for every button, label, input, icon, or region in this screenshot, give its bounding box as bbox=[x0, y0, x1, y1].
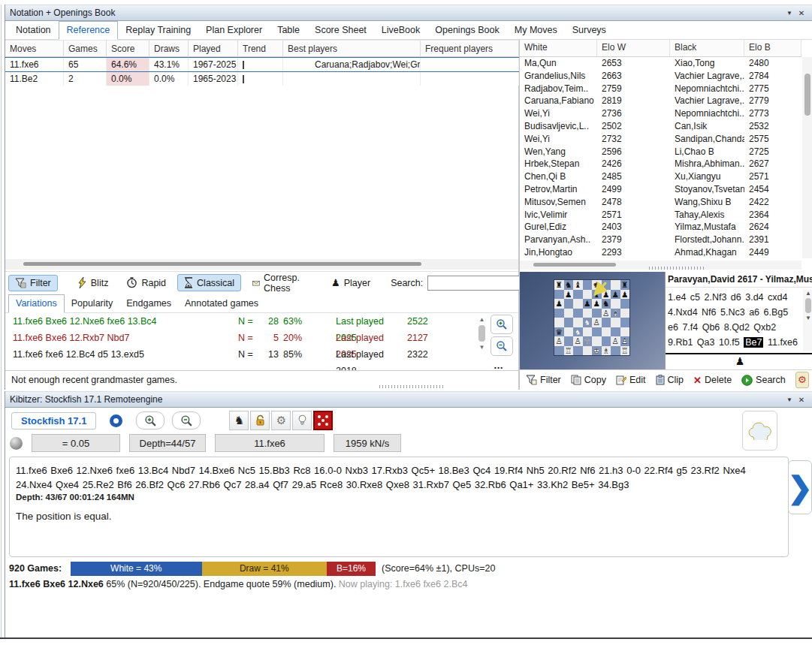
board-square[interactable]: ♞♘ bbox=[573, 327, 583, 337]
game-header[interactable]: Paravyan,David 2617 - Yilmaz,Musta bbox=[666, 272, 812, 288]
tab-reference[interactable]: Reference bbox=[59, 21, 119, 40]
players-vscrollbar[interactable] bbox=[802, 57, 812, 258]
lock-button[interactable] bbox=[250, 411, 270, 430]
close-icon[interactable]: ✕ bbox=[795, 9, 807, 17]
board-square[interactable] bbox=[592, 309, 602, 318]
more-options-button[interactable]: … bbox=[494, 360, 504, 371]
tab-livebook[interactable]: LiveBook bbox=[374, 22, 427, 39]
column-header[interactable]: Best players bbox=[283, 40, 421, 57]
board-square[interactable] bbox=[602, 280, 611, 290]
variation-row[interactable]: 11.fxe6 fxe6 12.Bc4 d5 13.exd5N =1385%La… bbox=[5, 346, 518, 363]
board-square[interactable]: ♞ bbox=[602, 299, 611, 309]
toolbar-delete-button[interactable]: ✕ Delete bbox=[693, 375, 732, 386]
chess-board[interactable]: ♜♞♝♚♜♟♝♟♟♟♟♟♟♞♟♙♝♗♞♘♟♙♛♞♘♟♙♟♙♛♕♟♙♟♙♜♖♚♔♝… bbox=[554, 280, 629, 355]
board-square[interactable]: ♟ bbox=[564, 290, 574, 300]
board-square[interactable]: ♜♖ bbox=[564, 346, 574, 356]
board-square[interactable] bbox=[554, 290, 564, 300]
board-square[interactable] bbox=[611, 346, 620, 356]
board-square[interactable] bbox=[620, 299, 630, 309]
engine-name-button[interactable]: Stockfish 17.1 bbox=[11, 412, 96, 429]
scroll-down-icon[interactable]: ▼ bbox=[479, 344, 485, 351]
subtab-annotated-games[interactable]: Annotated games bbox=[178, 295, 265, 312]
column-header[interactable]: Elo W bbox=[597, 40, 670, 57]
board-square[interactable]: ♝♗ bbox=[602, 346, 611, 356]
board-square[interactable] bbox=[620, 327, 630, 337]
kibitzer-zoom-in-button[interactable] bbox=[136, 411, 165, 429]
toolbar-edit-button[interactable]: Edit bbox=[616, 375, 646, 385]
hscroll-thumb[interactable] bbox=[23, 262, 421, 266]
board-square[interactable]: ♟♙ bbox=[620, 336, 630, 346]
players-table-row[interactable]: Ivic,Velimir2571Tahay,Alexis2364 bbox=[520, 209, 801, 222]
column-header[interactable]: Elo B bbox=[744, 40, 801, 57]
board-square[interactable]: ♟ bbox=[554, 299, 564, 309]
column-header[interactable]: Draws bbox=[149, 40, 189, 57]
next-line-chevron-button[interactable]: ❯ bbox=[788, 460, 812, 514]
board-square[interactable] bbox=[602, 318, 611, 327]
board-square[interactable]: ♟ bbox=[611, 290, 620, 300]
dice-button[interactable] bbox=[313, 411, 333, 430]
variation-row[interactable]: 11.fxe6 Bxe6 12.Nxe6 fxe6 13.Bc4N =2863%… bbox=[5, 313, 518, 330]
players-table-row[interactable]: Chen,Qi B2485Xu,Xiangyu2571 bbox=[520, 170, 801, 183]
notation-scrollbar[interactable]: ▲ ▼ bbox=[803, 290, 812, 351]
column-header[interactable]: White bbox=[520, 40, 597, 57]
column-header[interactable]: Black bbox=[670, 40, 744, 57]
players-table-row[interactable]: Wen,Yang2596Li,Chao B2725 bbox=[520, 146, 801, 158]
column-header[interactable]: Games bbox=[64, 40, 107, 57]
board-square[interactable]: ♝ bbox=[592, 290, 602, 300]
zoom-in-button[interactable] bbox=[491, 315, 513, 334]
players-table-row[interactable]: Caruana,Fabiano2819Vachier Lagrave,..277… bbox=[520, 95, 801, 107]
board-square[interactable] bbox=[564, 336, 574, 346]
board-square[interactable]: ♜ bbox=[620, 280, 630, 290]
collapse-icon[interactable]: ▼ bbox=[783, 10, 795, 17]
splitter-handle[interactable] bbox=[379, 385, 444, 388]
game-notation[interactable]: 1.e4 c5 2.Nf3 d6 3.d4 cxd4 4.Nxd4 Nf6 5.… bbox=[668, 290, 801, 351]
tab-score-sheet[interactable]: Score Sheet bbox=[307, 22, 374, 39]
player-button[interactable]: ♟ Player bbox=[324, 275, 377, 291]
board-square[interactable] bbox=[611, 318, 620, 327]
board-square[interactable]: ♟ bbox=[602, 290, 611, 300]
board-square[interactable]: ♝ bbox=[573, 280, 583, 290]
board-square[interactable]: ♜♖ bbox=[620, 346, 630, 356]
board-square[interactable]: ♟♙ bbox=[592, 318, 602, 327]
board-square[interactable] bbox=[583, 309, 593, 318]
splitter-handle[interactable] bbox=[649, 267, 706, 270]
board-square[interactable]: ♚ bbox=[592, 280, 602, 290]
collapse-icon[interactable]: ▼ bbox=[783, 396, 795, 403]
column-header[interactable]: Frequent players bbox=[421, 40, 519, 57]
board-square[interactable] bbox=[564, 318, 574, 327]
engine-settings-button[interactable]: ⚙ bbox=[271, 411, 291, 430]
board-square[interactable]: ♟ bbox=[620, 290, 630, 300]
corresp-chess-button[interactable]: Corresp. Chess bbox=[246, 270, 311, 297]
players-table-row[interactable]: Wei,Yi2732Sandipan,Chanda2575 bbox=[520, 133, 801, 146]
toolbar-search-button[interactable]: Search bbox=[741, 375, 786, 386]
board-square[interactable]: ♜ bbox=[554, 280, 564, 290]
board-square[interactable] bbox=[611, 280, 620, 290]
engine-stop-icon[interactable] bbox=[110, 414, 122, 427]
settings-gears-icon[interactable]: ⚙ bbox=[795, 372, 809, 388]
tab-replay-training[interactable]: Replay Training bbox=[118, 22, 198, 39]
tab-notation[interactable]: Notation bbox=[8, 22, 59, 39]
column-header[interactable]: Moves bbox=[5, 40, 64, 57]
board-square[interactable] bbox=[592, 327, 602, 337]
board-square[interactable] bbox=[592, 336, 602, 346]
board-square[interactable]: ♛♕ bbox=[583, 336, 593, 346]
players-table-row[interactable]: Radjabov,Teim..2759Nepomniachtchi..2775 bbox=[520, 83, 801, 95]
tab-openings-book[interactable]: Openings Book bbox=[427, 22, 506, 39]
board-square[interactable] bbox=[611, 327, 620, 337]
column-header[interactable]: Score bbox=[107, 40, 149, 57]
moves-table-row[interactable]: 11.fxe66564.6%43.1%1967-2025Caruana;Radj… bbox=[5, 57, 519, 72]
scroll-thumb[interactable] bbox=[805, 298, 811, 313]
board-square[interactable] bbox=[573, 290, 583, 300]
kibitzer-zoom-out-button[interactable] bbox=[172, 411, 201, 429]
column-header[interactable]: Played bbox=[189, 40, 238, 57]
board-square[interactable] bbox=[573, 309, 583, 318]
moves-table-hscrollbar[interactable] bbox=[5, 259, 518, 270]
toolbar-clip-button[interactable]: Clip bbox=[656, 375, 684, 385]
variations-scrollbar[interactable]: ▲ ▼ bbox=[477, 316, 487, 369]
board-square[interactable]: ♞ bbox=[564, 280, 574, 290]
players-table-row[interactable]: Budisavljevic,L..2502Can,Isik2532 bbox=[520, 120, 801, 133]
tab-table[interactable]: Table bbox=[270, 22, 307, 39]
players-table-row[interactable]: Petrov,Martin2499Stoyanov,Tsvetan2454 bbox=[520, 183, 801, 196]
scroll-thumb[interactable] bbox=[804, 74, 810, 116]
scroll-down-icon[interactable]: ▼ bbox=[805, 315, 811, 321]
